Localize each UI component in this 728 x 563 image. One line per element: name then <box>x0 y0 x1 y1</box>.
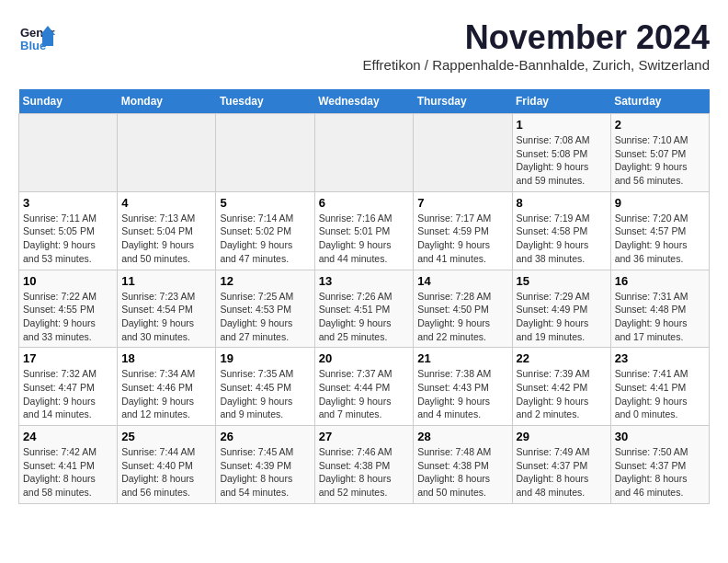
calendar-day-header: Wednesday <box>314 89 414 114</box>
day-info: Sunrise: 7:23 AM Sunset: 4:54 PM Dayligh… <box>121 290 211 344</box>
calendar-week-row: 10Sunrise: 7:22 AM Sunset: 4:55 PM Dayli… <box>19 270 710 348</box>
calendar-cell <box>314 114 414 192</box>
day-info: Sunrise: 7:34 AM Sunset: 4:46 PM Dayligh… <box>121 367 211 421</box>
calendar-cell <box>414 114 512 192</box>
day-number: 10 <box>23 274 113 288</box>
day-number: 4 <box>121 196 211 210</box>
page-header: General Blue November 2024 Effretikon / … <box>18 18 710 82</box>
day-number: 15 <box>517 274 607 288</box>
day-info: Sunrise: 7:29 AM Sunset: 4:49 PM Dayligh… <box>517 290 607 344</box>
day-info: Sunrise: 7:22 AM Sunset: 4:55 PM Dayligh… <box>23 290 113 344</box>
calendar-cell: 4Sunrise: 7:13 AM Sunset: 5:04 PM Daylig… <box>118 191 216 270</box>
day-number: 7 <box>417 196 507 210</box>
day-info: Sunrise: 7:11 AM Sunset: 5:05 PM Dayligh… <box>23 212 113 266</box>
day-info: Sunrise: 7:35 AM Sunset: 4:45 PM Dayligh… <box>220 367 310 421</box>
day-number: 3 <box>23 196 113 210</box>
calendar-cell: 9Sunrise: 7:20 AM Sunset: 4:57 PM Daylig… <box>610 191 709 270</box>
calendar-cell: 13Sunrise: 7:26 AM Sunset: 4:51 PM Dayli… <box>314 270 414 348</box>
day-number: 28 <box>417 430 507 443</box>
calendar-cell: 8Sunrise: 7:19 AM Sunset: 4:58 PM Daylig… <box>512 191 610 270</box>
calendar-week-row: 24Sunrise: 7:42 AM Sunset: 4:41 PM Dayli… <box>19 426 710 504</box>
calendar-cell: 27Sunrise: 7:46 AM Sunset: 4:38 PM Dayli… <box>314 426 414 504</box>
calendar-cell <box>216 114 314 192</box>
calendar-day-header: Monday <box>118 89 216 114</box>
calendar-cell: 19Sunrise: 7:35 AM Sunset: 4:45 PM Dayli… <box>216 348 314 426</box>
calendar-cell: 16Sunrise: 7:31 AM Sunset: 4:48 PM Dayli… <box>610 270 709 348</box>
day-info: Sunrise: 7:38 AM Sunset: 4:43 PM Dayligh… <box>417 367 507 421</box>
day-info: Sunrise: 7:16 AM Sunset: 5:01 PM Dayligh… <box>319 212 410 266</box>
svg-text:Blue: Blue <box>20 39 46 52</box>
day-info: Sunrise: 7:39 AM Sunset: 4:42 PM Dayligh… <box>517 367 607 421</box>
day-info: Sunrise: 7:37 AM Sunset: 4:44 PM Dayligh… <box>319 367 410 421</box>
day-info: Sunrise: 7:31 AM Sunset: 4:48 PM Dayligh… <box>615 290 705 344</box>
calendar-cell: 20Sunrise: 7:37 AM Sunset: 4:44 PM Dayli… <box>314 348 414 426</box>
day-info: Sunrise: 7:49 AM Sunset: 4:37 PM Dayligh… <box>517 445 607 500</box>
day-number: 27 <box>319 430 410 443</box>
day-number: 23 <box>615 351 705 365</box>
day-info: Sunrise: 7:13 AM Sunset: 5:04 PM Dayligh… <box>121 212 211 266</box>
day-info: Sunrise: 7:26 AM Sunset: 4:51 PM Dayligh… <box>319 290 410 344</box>
calendar-cell: 3Sunrise: 7:11 AM Sunset: 5:05 PM Daylig… <box>19 191 118 270</box>
calendar-day-header: Sunday <box>19 89 118 114</box>
calendar-header-row: SundayMondayTuesdayWednesdayThursdayFrid… <box>19 89 710 114</box>
subtitle: Effretikon / Rappenhalde-Bannhalde, Zuri… <box>363 57 710 73</box>
day-info: Sunrise: 7:32 AM Sunset: 4:47 PM Dayligh… <box>23 367 113 421</box>
day-info: Sunrise: 7:45 AM Sunset: 4:39 PM Dayligh… <box>220 445 310 500</box>
calendar-cell <box>19 114 118 192</box>
day-number: 13 <box>319 274 410 288</box>
calendar-cell: 11Sunrise: 7:23 AM Sunset: 4:54 PM Dayli… <box>118 270 216 348</box>
day-info: Sunrise: 7:46 AM Sunset: 4:38 PM Dayligh… <box>319 445 410 500</box>
calendar-cell: 1Sunrise: 7:08 AM Sunset: 5:08 PM Daylig… <box>512 114 610 192</box>
calendar-week-row: 1Sunrise: 7:08 AM Sunset: 5:08 PM Daylig… <box>19 114 710 192</box>
calendar-cell <box>118 114 216 192</box>
day-info: Sunrise: 7:48 AM Sunset: 4:38 PM Dayligh… <box>417 445 507 500</box>
day-number: 1 <box>517 118 607 132</box>
day-number: 6 <box>319 196 410 210</box>
calendar-cell: 22Sunrise: 7:39 AM Sunset: 4:42 PM Dayli… <box>512 348 610 426</box>
calendar-cell: 21Sunrise: 7:38 AM Sunset: 4:43 PM Dayli… <box>414 348 512 426</box>
title-block: November 2024 Effretikon / Rappenhalde-B… <box>363 18 710 82</box>
calendar-day-header: Friday <box>512 89 610 114</box>
day-number: 17 <box>23 351 113 365</box>
calendar-week-row: 17Sunrise: 7:32 AM Sunset: 4:47 PM Dayli… <box>19 348 710 426</box>
calendar-cell: 7Sunrise: 7:17 AM Sunset: 4:59 PM Daylig… <box>414 191 512 270</box>
day-number: 21 <box>417 351 507 365</box>
calendar-day-header: Thursday <box>414 89 512 114</box>
day-number: 30 <box>615 430 705 443</box>
day-info: Sunrise: 7:17 AM Sunset: 4:59 PM Dayligh… <box>417 212 507 266</box>
calendar-cell: 15Sunrise: 7:29 AM Sunset: 4:49 PM Dayli… <box>512 270 610 348</box>
day-number: 18 <box>121 351 211 365</box>
calendar-body: 1Sunrise: 7:08 AM Sunset: 5:08 PM Daylig… <box>19 114 710 504</box>
logo-icon: General Blue <box>18 18 55 55</box>
calendar-week-row: 3Sunrise: 7:11 AM Sunset: 5:05 PM Daylig… <box>19 191 710 270</box>
day-number: 8 <box>517 196 607 210</box>
calendar-cell: 5Sunrise: 7:14 AM Sunset: 5:02 PM Daylig… <box>216 191 314 270</box>
day-number: 11 <box>121 274 211 288</box>
calendar-cell: 30Sunrise: 7:50 AM Sunset: 4:37 PM Dayli… <box>610 426 709 504</box>
day-number: 19 <box>220 351 310 365</box>
calendar-cell: 17Sunrise: 7:32 AM Sunset: 4:47 PM Dayli… <box>19 348 118 426</box>
day-number: 14 <box>417 274 507 288</box>
calendar-cell: 28Sunrise: 7:48 AM Sunset: 4:38 PM Dayli… <box>414 426 512 504</box>
calendar-cell: 2Sunrise: 7:10 AM Sunset: 5:07 PM Daylig… <box>610 114 709 192</box>
day-number: 16 <box>615 274 705 288</box>
day-number: 9 <box>615 196 705 210</box>
calendar-table: SundayMondayTuesdayWednesdayThursdayFrid… <box>18 89 710 504</box>
calendar-cell: 18Sunrise: 7:34 AM Sunset: 4:46 PM Dayli… <box>118 348 216 426</box>
calendar-cell: 14Sunrise: 7:28 AM Sunset: 4:50 PM Dayli… <box>414 270 512 348</box>
day-info: Sunrise: 7:10 AM Sunset: 5:07 PM Dayligh… <box>615 133 705 188</box>
calendar-cell: 23Sunrise: 7:41 AM Sunset: 4:41 PM Dayli… <box>610 348 709 426</box>
day-info: Sunrise: 7:44 AM Sunset: 4:40 PM Dayligh… <box>121 445 211 500</box>
calendar-cell: 26Sunrise: 7:45 AM Sunset: 4:39 PM Dayli… <box>216 426 314 504</box>
calendar-day-header: Tuesday <box>216 89 314 114</box>
calendar-cell: 6Sunrise: 7:16 AM Sunset: 5:01 PM Daylig… <box>314 191 414 270</box>
day-number: 29 <box>517 430 607 443</box>
month-title: November 2024 <box>363 18 710 57</box>
day-number: 12 <box>220 274 310 288</box>
day-info: Sunrise: 7:25 AM Sunset: 4:53 PM Dayligh… <box>220 290 310 344</box>
day-info: Sunrise: 7:41 AM Sunset: 4:41 PM Dayligh… <box>615 367 705 421</box>
day-info: Sunrise: 7:08 AM Sunset: 5:08 PM Dayligh… <box>517 133 607 188</box>
calendar-cell: 25Sunrise: 7:44 AM Sunset: 4:40 PM Dayli… <box>118 426 216 504</box>
day-number: 26 <box>220 430 310 443</box>
day-number: 22 <box>517 351 607 365</box>
